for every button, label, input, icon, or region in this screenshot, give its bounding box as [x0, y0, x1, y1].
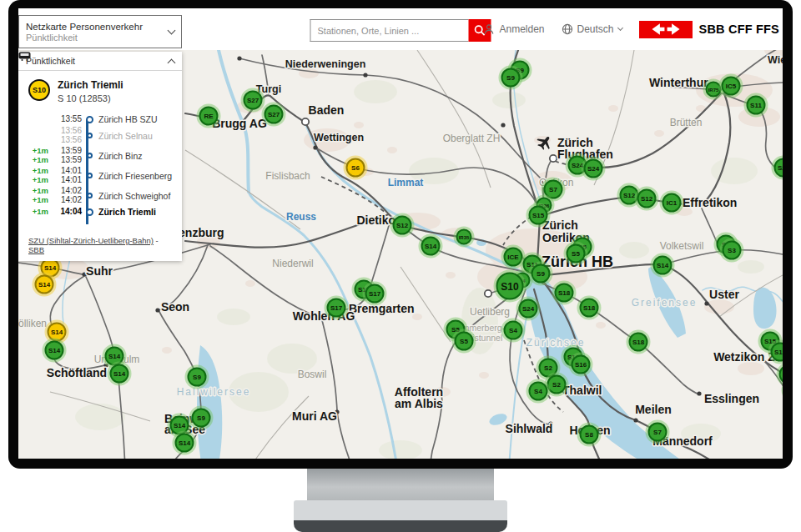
map-label: Wiesendangen — [768, 54, 783, 66]
stop-name: Zürich Schweighof — [97, 191, 170, 201]
chevron-down-icon — [617, 25, 623, 31]
map-line-badge[interactable]: S10 — [496, 273, 524, 300]
map-line-badge[interactable]: IR75 — [706, 82, 722, 98]
map-line-badge[interactable]: S9 — [501, 68, 521, 88]
app-window: Netzkarte Personenverkehr Pünktlichkeit … — [18, 8, 783, 459]
user-icon — [483, 23, 495, 35]
station-marker[interactable] — [155, 308, 159, 312]
station-marker[interactable] — [697, 391, 701, 395]
map-line-badge[interactable]: S5 — [455, 332, 474, 351]
map-line-badge[interactable]: S9 — [192, 409, 211, 428]
stop-row: +1m+1m14:0214:02Zürich Schweighof — [23, 187, 182, 204]
map-line-badge[interactable]: S24 — [584, 159, 603, 178]
timeline-stop-dot — [87, 173, 93, 178]
map-line-badge[interactable]: S14 — [421, 237, 441, 256]
map-line-badge[interactable]: S17 — [327, 299, 346, 318]
map-line-badge[interactable]: IR35 — [456, 229, 472, 245]
map-line-badge[interactable]: RE — [199, 107, 219, 126]
map-line-badge[interactable]: S7 — [648, 423, 668, 442]
globe-icon — [562, 23, 573, 35]
map-line-badge[interactable]: S24 — [519, 299, 538, 319]
collapse-icon — [168, 58, 176, 67]
station-marker[interactable] — [550, 155, 557, 162]
panel-header[interactable]: Pünktlichkeit — [18, 52, 182, 71]
train-icon — [18, 52, 31, 61]
layer-select-dropdown[interactable]: Netzkarte Personenverkehr Pünktlichkeit — [18, 15, 182, 48]
station-marker[interactable] — [704, 301, 708, 305]
map-line-badge[interactable]: S2 — [547, 375, 567, 394]
station-marker[interactable] — [313, 145, 317, 149]
map-label: Wettingen — [314, 132, 364, 143]
map-label: am Albis — [395, 397, 443, 410]
station-marker[interactable] — [237, 56, 241, 60]
map-label: Meilen — [635, 403, 672, 416]
map-line-badge[interactable]: S27 — [244, 91, 263, 110]
map-label: Niederweningen — [285, 58, 366, 70]
stop-list: 13:55Zürich HB SZU13:5613:56Zürich Selna… — [18, 108, 182, 231]
timeline-stop-dot — [86, 116, 93, 123]
map[interactable]: NiederweningenTurgiBrugg AGBadenWettinge… — [18, 50, 783, 459]
timeline-stop-dot — [87, 133, 93, 138]
map-label: Schöftland — [47, 366, 107, 379]
station-marker[interactable] — [633, 418, 637, 422]
map-line-badge[interactable]: S14 — [653, 256, 673, 275]
map-line-badge[interactable]: S4 — [529, 382, 548, 401]
map-label: Boswil — [298, 369, 327, 380]
top-bar: Netzkarte Personenverkehr Pünktlichkeit … — [18, 8, 783, 50]
map-line-badge[interactable]: IC5 — [722, 77, 741, 96]
map-line-badge[interactable]: S14 — [35, 275, 54, 294]
map-line-badge[interactable]: S14 — [170, 416, 189, 435]
map-line-badge[interactable]: S4 — [504, 321, 523, 340]
login-button[interactable]: Anmelden — [483, 23, 544, 35]
screen-bezel: Netzkarte Personenverkehr Pünktlichkeit … — [8, 0, 793, 469]
map-line-badge[interactable]: S9 — [531, 264, 551, 284]
stop-row: +1m14:04Zürich Triemli — [23, 207, 182, 217]
map-label: Uster — [709, 288, 739, 301]
map-label: Wohlen AG — [293, 309, 355, 323]
map-line-badge[interactable]: ICE — [504, 248, 523, 267]
map-line-badge[interactable]: S16 — [572, 355, 591, 374]
map-label: Greifensee — [632, 297, 698, 309]
language-selector[interactable]: Deutsch — [562, 23, 622, 35]
map-line-badge[interactable]: S3 — [723, 241, 742, 260]
stop-name: Zürich Triemli — [97, 207, 156, 217]
map-line-badge[interactable]: S27 — [264, 105, 284, 124]
map-line-badge[interactable]: IC1 — [662, 193, 682, 213]
map-line-badge[interactable]: S18 — [555, 284, 574, 303]
line-number: S 10 (12853) — [58, 93, 123, 103]
operator-link[interactable]: SZU (Sihltal-Zürich-Uetliberg-Bahn) — [28, 236, 154, 245]
map-line-badge[interactable]: S14 — [175, 434, 194, 453]
map-line-badge[interactable]: S12 — [393, 216, 412, 235]
map-line-badge[interactable]: S14 — [45, 341, 64, 360]
map-label: Muri AG — [292, 409, 337, 423]
map-line-badge[interactable]: S12 — [620, 186, 639, 205]
stop-row: +1m+1m14:0114:01Zürich Friesenberg — [23, 167, 182, 184]
punctuality-panel: Pünktlichkeit S10 Zürich Triemli S 10 (1… — [18, 52, 182, 261]
map-line-badge[interactable]: S5 — [567, 244, 586, 263]
map-line-badge[interactable]: S18 — [629, 333, 648, 352]
sbb-link[interactable]: SBB — [28, 245, 44, 254]
map-label: Thalwil — [562, 384, 602, 397]
map-line-badge[interactable]: S18 — [580, 299, 599, 318]
map-line-badge[interactable]: S6 — [346, 158, 365, 178]
map-label: Zürich — [542, 218, 578, 232]
map-line-badge[interactable]: S9 — [188, 368, 207, 387]
map-line-badge[interactable]: S7 — [544, 180, 563, 199]
station-marker[interactable] — [363, 73, 367, 77]
map-label: Reuss — [286, 211, 316, 223]
map-label: Hallwilersee — [177, 386, 251, 398]
map-line-badge[interactable]: S14 — [110, 364, 129, 384]
stop-row: 13:5613:56Zürich Selnau — [23, 127, 182, 144]
map-line-badge[interactable]: S14 — [48, 323, 67, 342]
map-line-badge[interactable]: S14 — [105, 347, 124, 366]
station-marker[interactable] — [302, 118, 309, 125]
station-marker[interactable] — [501, 123, 505, 127]
map-line-badge[interactable]: S15 — [529, 206, 548, 225]
search-input[interactable] — [310, 19, 469, 42]
station-marker[interactable] — [485, 290, 491, 297]
map-line-badge[interactable]: S11 — [747, 96, 766, 115]
timeline-stop-dot — [86, 208, 93, 216]
map-line-badge[interactable]: S8 — [580, 425, 599, 444]
map-line-badge[interactable]: S17 — [365, 284, 385, 304]
map-line-badge[interactable]: S12 — [637, 189, 657, 208]
